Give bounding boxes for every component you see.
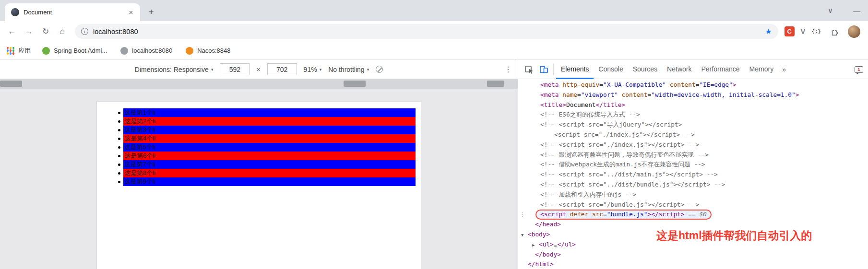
new-tab-button[interactable]: + — [144, 5, 158, 19]
code-line[interactable]: <!-- 借助webpack生成的main.js不存在兼容性问题 --> — [518, 160, 868, 170]
code-line[interactable]: <!-- <script src="导入jQuery"></script> — [518, 120, 868, 130]
code-line[interactable]: <!-- ES6之前的传统导入方式 --> — [518, 110, 868, 120]
tab-close-icon[interactable]: × — [127, 8, 135, 17]
device-height-input[interactable] — [267, 63, 297, 75]
profile-avatar[interactable] — [848, 25, 860, 38]
elements-tree: <meta http-equiv="X-UA-Compatible" conte… — [518, 79, 868, 269]
devtools-tab-console[interactable]: Console — [594, 60, 628, 79]
code-line[interactable]: <!-- 加载和引入内存中的js --> — [518, 190, 868, 200]
list-item-bar: 这是第4个li — [123, 134, 416, 143]
minimize-icon[interactable]: — — [853, 7, 860, 15]
throttling-value: No throttling — [328, 66, 364, 73]
code-line[interactable]: </html> — [518, 259, 868, 269]
bookmark-star-icon[interactable]: ★ — [765, 27, 772, 36]
home-icon[interactable]: ⌂ — [55, 24, 70, 39]
reload-icon[interactable]: ↻ — [38, 24, 53, 39]
forward-icon[interactable]: → — [22, 24, 36, 39]
message-count: 1 — [857, 67, 860, 72]
code-line[interactable]: <!-- <script src="../dist/bundle.js"></s… — [518, 180, 868, 190]
list-bullet-icon — [118, 155, 120, 157]
bookmark-nacos-8848[interactable]: Nacos:8848 — [186, 47, 230, 55]
list-item-bar: 这是第5个li — [123, 143, 416, 152]
device-handle — [0, 81, 22, 87]
address-bar[interactable]: i localhost:8080 ★ — [75, 24, 778, 39]
bookmark-label: Spring Boot Admi... — [54, 47, 107, 54]
selected-node: <script defer src="bundle.js"></script> … — [535, 210, 712, 220]
list-bullet-icon — [118, 146, 120, 149]
more-tabs-icon[interactable]: » — [778, 66, 790, 73]
node-menu-icon[interactable]: ⋮ — [520, 210, 525, 220]
device-toolbar-menu-icon[interactable]: ⋮ — [504, 65, 512, 74]
code-line[interactable]: <meta http-equiv="X-UA-Compatible" conte… — [518, 80, 868, 90]
list-bullet-icon — [118, 112, 120, 114]
list-item: 这是第4个li — [97, 134, 421, 143]
device-canvas: 这是第1个li这是第2个li这是第3个li这是第4个li这是第5个li这是第6个… — [0, 79, 518, 269]
inspect-element-icon[interactable] — [522, 62, 536, 77]
bookmark-localhost-8080[interactable]: localhost:8080 — [120, 47, 172, 55]
bookmarks-list: Spring Boot Admi...localhost:8080Nacos:8… — [42, 47, 231, 55]
list-item: 这是第5个li — [97, 143, 421, 152]
code-line[interactable]: ⋮<script defer src="bundle.js"></script>… — [518, 210, 868, 220]
devtools-tab-network[interactable]: Network — [662, 60, 696, 79]
code-line[interactable]: <meta name="viewport" content="width=dev… — [518, 90, 868, 100]
apps-label: 应用 — [18, 47, 31, 55]
code-line[interactable]: <!-- 跟浏览器有兼容性问题，导致奇偶行变色不能实现 --> — [518, 150, 868, 160]
extension-v-icon[interactable]: V — [801, 28, 805, 35]
apps-grid-icon — [7, 47, 14, 55]
chevron-down-icon: ▾ — [367, 67, 369, 72]
rotate-disabled-icon[interactable] — [376, 66, 383, 73]
devtools-tab-memory[interactable]: Memory — [745, 60, 779, 79]
code-line[interactable]: <script src="./index.js"></script> --> — [518, 130, 868, 140]
code-line[interactable]: <!-- <script src="./index.js"></script> … — [518, 140, 868, 150]
code-line[interactable]: <!-- <script src="../dist/main.js"></scr… — [518, 170, 868, 180]
browser-tab[interactable]: Document × — [5, 3, 140, 21]
page-list: 这是第1个li这是第2个li这是第3个li这是第4个li这是第5个li这是第6个… — [97, 102, 421, 186]
device-handle — [344, 81, 366, 87]
puzzle-icon[interactable] — [827, 24, 842, 39]
dimensions-dropdown[interactable]: Dimensions: Responsive ▾ — [135, 66, 214, 73]
code-line[interactable]: <!-- <script src="/bundle.js"></script> … — [518, 200, 868, 210]
zoom-dropdown[interactable]: 91% ▾ — [304, 66, 322, 73]
browser-toolbar: ← → ↻ ⌂ i localhost:8080 ★ C V {;} — [0, 21, 868, 42]
device-toolbar-toggle-icon[interactable] — [536, 62, 551, 77]
list-bullet-icon — [118, 164, 120, 166]
url-text[interactable]: localhost:8080 — [93, 28, 760, 35]
tab-strip: Document × + ∨ — — [0, 0, 868, 21]
code-line[interactable]: </head> — [518, 220, 868, 230]
list-bullet-icon — [118, 138, 120, 140]
expand-arrow-icon[interactable]: ▼ — [521, 230, 528, 240]
list-item: 这是第2个li — [97, 117, 421, 126]
list-item: 这是第1个li — [97, 108, 421, 117]
apps-shortcut[interactable]: 应用 — [7, 47, 31, 55]
code-line[interactable]: </body> — [518, 250, 868, 260]
dimensions-label: Dimensions: Responsive — [135, 66, 209, 73]
back-icon[interactable]: ← — [5, 24, 19, 39]
site-info-icon[interactable]: i — [81, 28, 88, 35]
list-item-bar: 这是第2个li — [123, 117, 416, 126]
bookmarks-bar: 应用 Spring Boot Admi...localhost:8080Naco… — [0, 42, 868, 60]
devtools-tabs: ElementsConsoleSourcesNetworkPerformance… — [556, 60, 778, 79]
globe-icon — [120, 47, 128, 55]
device-width-input[interactable] — [220, 63, 250, 75]
extension-c-icon[interactable]: C — [785, 26, 795, 36]
throttling-dropdown[interactable]: No throttling ▾ — [328, 66, 369, 73]
devtools-tab-elements[interactable]: Elements — [556, 60, 594, 79]
console-messages-badge[interactable]: 1 — [855, 66, 863, 73]
list-item-bar: 这是第8个li — [123, 169, 416, 177]
list-bullet-icon — [118, 172, 120, 175]
chevron-down-icon: ▾ — [320, 67, 322, 72]
list-item: 这是第3个li — [97, 126, 421, 134]
spring-boot-icon — [42, 47, 50, 55]
collapse-arrow-icon[interactable]: ▶ — [532, 240, 539, 250]
bookmark-label: localhost:8080 — [132, 47, 172, 54]
extensions-area: C V {;} — [785, 24, 860, 39]
list-item-bar: 这是第3个li — [123, 126, 416, 134]
devtools-tab-performance[interactable]: Performance — [696, 60, 744, 79]
list-item-bar: 这是第1个li — [123, 108, 416, 117]
tab-search-icon[interactable]: ∨ — [828, 6, 833, 15]
devtools-tab-sources[interactable]: Sources — [628, 60, 662, 79]
extension-braces-icon[interactable]: {;} — [811, 28, 821, 35]
browser-window: Document × + ∨ — ← → ↻ ⌂ i localhost:808… — [0, 0, 868, 269]
code-line[interactable]: <title>Document</title> — [518, 100, 868, 110]
bookmark-spring-boot-admin[interactable]: Spring Boot Admi... — [42, 47, 107, 55]
